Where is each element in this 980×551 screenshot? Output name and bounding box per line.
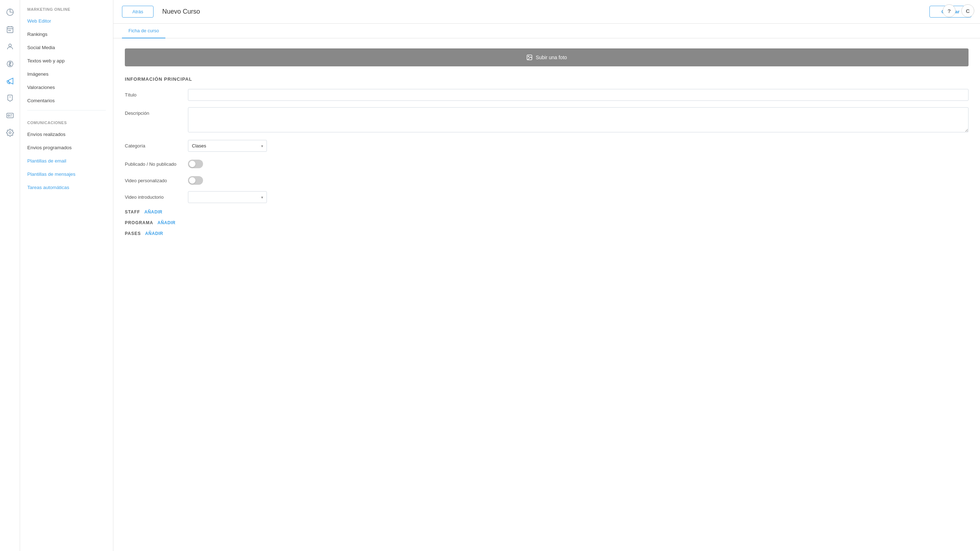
nav-item-plantillas-email[interactable]: Plantillas de email [20,154,113,167]
upload-photo-label: Subir una foto [536,54,567,60]
video-personalizado-control [188,175,969,185]
svg-rect-2 [10,30,11,31]
nav-item-social-media[interactable]: Social Media [20,41,113,54]
icon-sidebar [0,0,20,551]
user-button[interactable]: C [961,4,974,17]
categoria-label: Categoría [125,140,182,149]
staff-add-link[interactable]: AÑADIR [145,210,162,215]
publicado-slider [188,160,203,168]
titulo-control [188,89,969,101]
form-area: Subir una foto INFORMACIÓN PRINCIPAL Tít… [113,38,980,551]
nav-item-rankings[interactable]: Rankings [20,28,113,41]
svg-rect-1 [8,30,10,31]
nav-item-valoraciones[interactable]: Valoraciones [20,81,113,94]
money-nav-icon[interactable] [2,56,18,72]
video-introductorio-label: Video introductorio [125,191,182,201]
video-introductorio-select[interactable] [188,191,267,203]
categoria-row: Categoría Clases Talleres Cursos Otros ▾ [125,140,969,152]
tag-nav-icon[interactable] [2,91,18,106]
header-bar: Atrás Nuevo Curso Guardar [113,0,980,24]
pases-section-row: PASES AÑADIR [125,231,969,236]
video-introductorio-row: Video introductorio ▾ [125,191,969,203]
pases-title: PASES [125,231,141,236]
upload-photo-button[interactable]: Subir una foto [125,48,969,66]
titulo-input[interactable] [188,89,969,101]
nav-item-envios-programados[interactable]: Envios programados [20,141,113,154]
settings-nav-icon[interactable] [2,125,18,141]
video-personalizado-row: Video personalizado [125,175,969,185]
help-button[interactable]: ? [943,4,956,17]
id-nav-icon[interactable] [2,108,18,123]
video-introductorio-select-wrap: ▾ [188,191,267,203]
pases-add-link[interactable]: AÑADIR [145,231,163,236]
nav-sidebar: MARKETING ONLINE Web Editor Rankings Soc… [20,0,113,551]
top-right-actions: ? C [943,4,974,17]
programa-add-link[interactable]: AÑADIR [158,220,175,225]
svg-point-3 [9,44,11,47]
categoria-control: Clases Talleres Cursos Otros ▾ [188,140,969,152]
staff-section-row: STAFF AÑADIR [125,210,969,215]
section-title-comunicaciones: COMUNICACIONES [20,113,113,128]
staff-title: STAFF [125,210,140,215]
svg-point-8 [9,132,11,134]
main-info-title: INFORMACIÓN PRINCIPAL [125,76,969,82]
megaphone-nav-icon[interactable] [2,73,18,89]
titulo-row: Título [125,89,969,101]
main-content: Atrás Nuevo Curso Guardar Ficha de curso… [113,0,980,551]
svg-rect-0 [7,27,13,33]
publicado-control [188,158,969,168]
nav-divider [27,110,106,110]
categoria-select-wrap: Clases Talleres Cursos Otros ▾ [188,140,267,152]
titulo-label: Título [125,89,182,98]
programa-section-row: PROGRAMA AÑADIR [125,220,969,225]
user-nav-icon[interactable] [2,39,18,54]
back-button[interactable]: Atrás [122,6,154,18]
nav-item-tareas[interactable]: Tareas automáticas [20,181,113,194]
nav-item-envios-realizados[interactable]: Envíos realizados [20,128,113,141]
svg-point-5 [10,97,10,97]
publicado-row: Publicado / No publicado [125,158,969,168]
tab-ficha-curso[interactable]: Ficha de curso [122,24,165,38]
video-introductorio-control: ▾ [188,191,969,203]
nav-item-comentarios[interactable]: Comentarios [20,94,113,107]
descripcion-control [188,107,969,134]
nav-item-web-editor[interactable]: Web Editor [20,14,113,28]
descripcion-row: Descripción [125,107,969,134]
nav-item-textos[interactable]: Textos web y app [20,54,113,67]
programa-title: PROGRAMA [125,220,153,225]
categoria-select[interactable]: Clases Talleres Cursos Otros [188,140,267,152]
video-personalizado-slider [188,176,203,185]
video-personalizado-toggle[interactable] [188,176,203,185]
publicado-label: Publicado / No publicado [125,158,182,167]
video-personalizado-label: Video personalizado [125,175,182,184]
nav-item-plantillas-mensajes[interactable]: Plantillas de mensajes [20,167,113,181]
publicado-toggle[interactable] [188,160,203,168]
descripcion-textarea[interactable] [188,107,969,132]
nav-item-imagenes[interactable]: Imágenes [20,67,113,81]
descripcion-label: Descripción [125,107,182,116]
calendar-nav-icon[interactable] [2,22,18,37]
tab-bar: Ficha de curso [113,24,980,38]
svg-point-10 [528,56,529,57]
page-title: Nuevo Curso [159,8,924,16]
analytics-nav-icon[interactable] [2,4,18,20]
svg-point-7 [8,115,10,116]
section-title-marketing: MARKETING ONLINE [20,0,113,14]
